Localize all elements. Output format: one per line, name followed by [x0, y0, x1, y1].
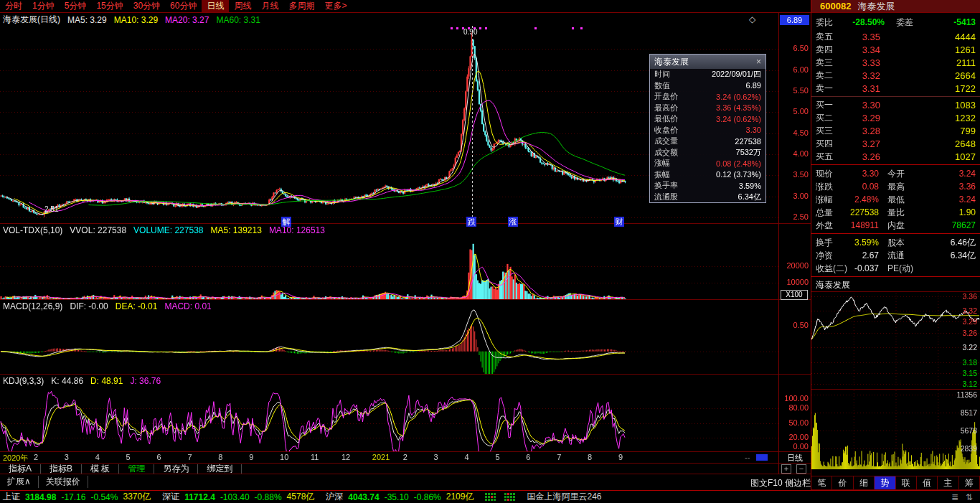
indicator-value: MA10: 126513 — [269, 225, 325, 235]
scale-label: 5.00 — [779, 107, 809, 116]
diamond-icon[interactable]: ◇ — [749, 14, 755, 24]
indicator-tab-指标B[interactable]: 指标B — [41, 464, 82, 474]
indicator-tab-另存为[interactable]: 另存为 — [154, 464, 198, 474]
quote-tab-笔[interactable]: 笔 — [811, 476, 832, 489]
indicator-value: MACD(12,26,9) — [3, 301, 62, 311]
index-pct: -0.54% — [90, 492, 118, 502]
tooltip-row-label: 收盘价 — [654, 125, 678, 136]
period-tab-60分钟[interactable]: 60分钟 — [165, 0, 202, 12]
xaxis-label: 11 — [311, 453, 319, 461]
indicator-tab-绑定到[interactable]: 绑定到 — [198, 464, 242, 474]
extension-tab-关联报价[interactable]: 关联报价 — [39, 476, 88, 488]
event-badge-跌[interactable]: 跌 — [466, 217, 476, 227]
indicator-tab-管理[interactable]: 管理 — [119, 464, 154, 474]
menu-icon[interactable]: ≣ — [951, 492, 958, 502]
f10-link[interactable]: 图文F10 — [750, 477, 783, 489]
close-icon[interactable]: × — [756, 57, 761, 67]
period-tab-5分钟[interactable]: 5分钟 — [60, 0, 92, 12]
macd-indicator-header: MACD(12,26,9)DIF: -0.00DEA: -0.01MACD: 0… — [3, 301, 219, 311]
quote-tab-势[interactable]: 势 — [875, 476, 895, 489]
server-name[interactable]: 国金上海阿里云246 — [527, 491, 601, 503]
quote-tab-bar: 笔价细势联值主筹 — [811, 476, 980, 490]
info-label: 换手 — [811, 237, 849, 249]
sidebar-toggle[interactable]: 侧边栏 — [785, 477, 811, 489]
period-tab-多周期[interactable]: 多周期 — [283, 0, 319, 12]
period-tab-周线[interactable]: 周线 — [229, 0, 256, 12]
stock-name[interactable]: 海泰发展 — [857, 0, 895, 13]
axis-scrollbar-thumb[interactable] — [756, 454, 768, 461]
quote-tab-价[interactable]: 价 — [832, 476, 853, 489]
index-quote-深证[interactable]: 深证11712.4-103.40-0.88%4578亿 — [162, 491, 314, 503]
level-price: 3.27 — [836, 138, 880, 149]
extension-tab-扩展∧[interactable]: 扩展∧ — [0, 476, 39, 488]
mini-vol-label: 2839 — [956, 444, 977, 453]
level-label: 卖一 — [811, 83, 836, 95]
index-quote-上证[interactable]: 上证3184.98-17.16-0.54%3370亿 — [3, 491, 151, 503]
mini-price-label: 3.29 — [956, 317, 977, 326]
bid-row-买一[interactable]: 买一3.301083 — [811, 98, 980, 111]
indicator-tab-模 板[interactable]: 模 板 — [82, 464, 119, 474]
updown-icon[interactable]: ⇅ — [966, 492, 973, 502]
ask-row-卖二[interactable]: 卖二3.322664 — [811, 69, 980, 82]
indicator-value: KDJ(9,3,3) — [3, 376, 44, 386]
intraday-mini-chart-canvas[interactable] — [811, 293, 980, 469]
index-change: -35.10 — [385, 492, 409, 502]
period-tab-30分钟[interactable]: 30分钟 — [128, 0, 165, 12]
grid-cell — [510, 496, 512, 498]
quote-tab-细[interactable]: 细 — [854, 476, 875, 489]
market-grid-icon[interactable] — [485, 493, 496, 501]
quote-tab-值[interactable]: 值 — [917, 476, 938, 489]
bid-row-买三[interactable]: 买三3.28799 — [811, 124, 980, 137]
grid-cell — [504, 496, 507, 498]
period-tab-日线[interactable]: 日线 — [202, 0, 229, 12]
scale-label: 5.50 — [779, 86, 809, 95]
event-badge-解[interactable]: 解 — [281, 217, 291, 227]
index-change: -17.16 — [61, 492, 85, 502]
xaxis-label: 2 — [34, 453, 38, 461]
period-tab-更多>[interactable]: 更多> — [319, 0, 352, 12]
xaxis-label: 10 — [280, 453, 288, 461]
index-name: 上证 — [3, 491, 20, 503]
ask-row-卖一[interactable]: 卖一3.311722 — [811, 82, 980, 95]
info-row: 换手3.59%股本6.46亿 — [811, 236, 980, 249]
quote-tab-联[interactable]: 联 — [896, 476, 917, 489]
zoom-out-button[interactable]: − — [796, 464, 806, 474]
quote-tab-主[interactable]: 主 — [938, 476, 958, 489]
indicator-tab-指标A[interactable]: 指标A — [0, 464, 41, 474]
period-tab-1分钟[interactable]: 1分钟 — [27, 0, 60, 12]
index-value: 3184.98 — [25, 492, 56, 502]
grid-cell — [491, 496, 493, 498]
period-label: 日线 — [779, 453, 811, 464]
ask-row-卖三[interactable]: 卖三3.332111 — [811, 56, 980, 69]
tooltip-row: 成交量227538 — [650, 136, 765, 147]
index-quote-沪深[interactable]: 沪深4043.74-35.10-0.86%2109亿 — [326, 491, 473, 503]
indicator-value: VOL-TDX(5,10) — [3, 225, 62, 235]
event-badge-财[interactable]: 财 — [614, 217, 624, 227]
xaxis-label: 2020年 — [3, 453, 28, 464]
indicator-value: DEA: -0.01 — [116, 301, 158, 311]
period-tab-分时[interactable]: 分时 — [0, 0, 27, 12]
event-badge-涨[interactable]: 涨 — [508, 217, 518, 227]
scale-label: 3.00 — [779, 192, 809, 200]
mini-price-label: 3.12 — [956, 380, 977, 388]
weicha-value: -5413 — [916, 17, 980, 27]
ask-row-卖五[interactable]: 卖五3.354444 — [811, 30, 980, 43]
crosshair-price-box: 6.89 — [780, 15, 809, 25]
zoom-in-button[interactable]: + — [781, 464, 791, 474]
bid-row-买五[interactable]: 买五3.261027 — [811, 150, 980, 163]
ask-row-卖四[interactable]: 卖四3.341261 — [811, 43, 980, 56]
market-grid-icon[interactable] — [504, 493, 515, 501]
scale-label: 20.00 — [779, 433, 809, 441]
tooltip-row-label: 成交量 — [654, 136, 678, 146]
period-tab-月线[interactable]: 月线 — [256, 0, 283, 12]
scale-label: 6.00 — [779, 65, 809, 74]
period-tab-15分钟[interactable]: 15分钟 — [91, 0, 128, 12]
bid-row-买二[interactable]: 买二3.291232 — [811, 111, 980, 124]
quote-tab-筹[interactable]: 筹 — [959, 476, 980, 489]
divider-line — [811, 276, 980, 277]
bid-row-买四[interactable]: 买四3.272648 — [811, 137, 980, 150]
info-row: 外盘148911内盘78627 — [811, 219, 980, 232]
info-label: 内盘 — [879, 220, 913, 232]
kdj-chart-canvas[interactable] — [0, 375, 778, 452]
info-row: 现价3.30今开3.24 — [811, 167, 980, 180]
